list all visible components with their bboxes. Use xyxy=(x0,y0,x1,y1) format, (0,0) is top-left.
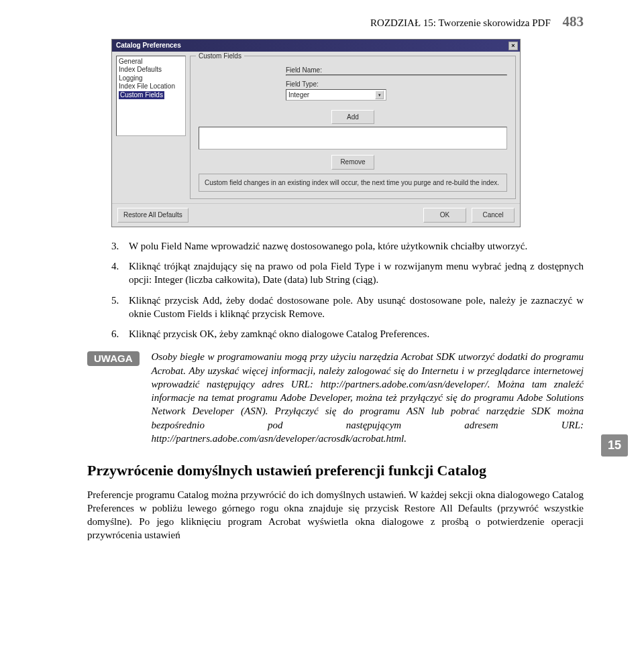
chevron-down-icon: ▾ xyxy=(375,90,384,99)
list-item: 3.W polu Field Name wprowadzić nazwę dos… xyxy=(111,239,584,253)
custom-fields-groupbox: Custom Fields Field Name: Field Type: In… xyxy=(190,56,516,200)
list-item: 4.Kliknąć trójkąt znajdujący się na praw… xyxy=(111,259,584,287)
page-header: ROZDZIAŁ 15: Tworzenie skorowidza PDF 48… xyxy=(87,12,584,31)
catalog-preferences-dialog: Catalog Preferences × General Index Defa… xyxy=(111,39,521,227)
cancel-button[interactable]: Cancel xyxy=(472,208,515,223)
dialog-title: Catalog Preferences xyxy=(116,41,181,50)
field-type-value: Integer xyxy=(288,90,309,100)
list-item[interactable]: Logging xyxy=(119,74,183,83)
close-icon[interactable]: × xyxy=(508,42,518,50)
groupbox-title: Custom Fields xyxy=(196,52,244,61)
fields-list[interactable] xyxy=(199,127,507,149)
field-type-select[interactable]: Integer ▾ xyxy=(286,89,386,101)
list-item: 5.Kliknąć przycisk Add, żeby dodać dosto… xyxy=(111,294,584,321)
chapter-title: Tworzenie skorowidza PDF xyxy=(439,17,551,28)
dialog-note: Custom field changes in an existing inde… xyxy=(199,174,507,192)
remove-button[interactable]: Remove xyxy=(331,155,374,170)
list-item[interactable]: Index Defaults xyxy=(119,66,183,74)
category-listbox[interactable]: General Index Defaults Logging Index Fil… xyxy=(116,56,186,136)
list-item: 6.Kliknąć przycisk OK, żeby zamknąć okno… xyxy=(111,327,584,341)
list-item[interactable]: Index File Location xyxy=(119,82,183,91)
uwaga-block: UWAGA Osoby biegłe w programowaniu mogą … xyxy=(87,350,584,445)
field-name-label: Field Name: xyxy=(286,66,380,75)
uwaga-text: Osoby biegłe w programowaniu mogą przy u… xyxy=(152,350,584,445)
uwaga-label: UWAGA xyxy=(87,351,140,366)
field-name-input[interactable] xyxy=(286,74,507,76)
chapter-label: ROZDZIAŁ 15: xyxy=(370,17,436,28)
list-item[interactable]: General xyxy=(119,58,183,66)
field-type-label: Field Type: xyxy=(286,80,380,89)
dialog-titlebar: Catalog Preferences × xyxy=(112,40,520,52)
restore-defaults-button[interactable]: Restore All Defaults xyxy=(117,208,189,223)
list-item-selected[interactable]: Custom Fields xyxy=(119,91,164,100)
steps-list: 3.W polu Field Name wprowadzić nazwę dos… xyxy=(111,239,584,341)
add-button[interactable]: Add xyxy=(331,110,374,125)
chapter-side-tab: 15 xyxy=(601,434,628,456)
section-paragraph: Preferencje programu Catalog można przyw… xyxy=(87,488,584,542)
ok-button[interactable]: OK xyxy=(423,208,466,223)
section-heading: Przywrócenie domyślnych ustawień prefere… xyxy=(87,461,584,480)
page-number: 483 xyxy=(563,13,584,29)
